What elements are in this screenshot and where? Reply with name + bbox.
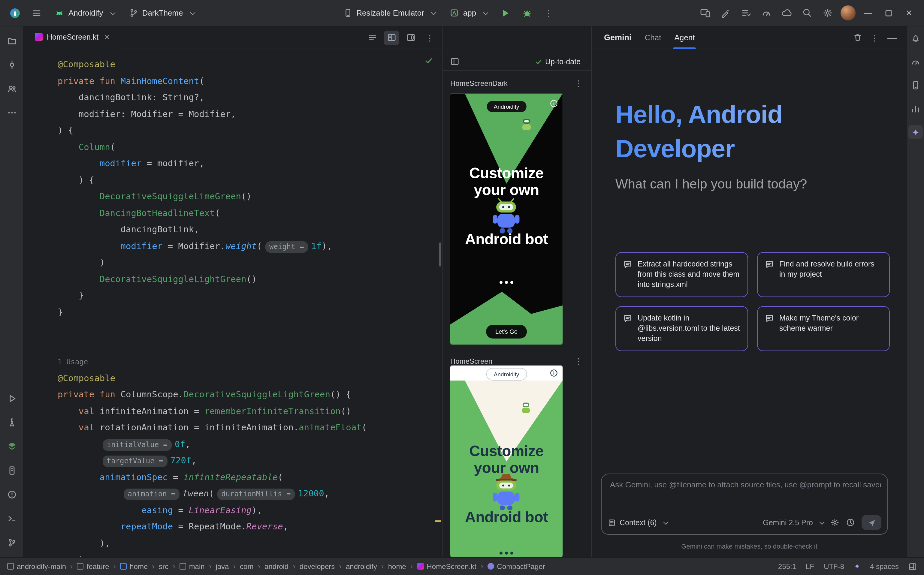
breadcrumb-item[interactable]: developers <box>300 562 335 570</box>
window-close-button[interactable]: ✕ <box>900 4 918 22</box>
debug-button[interactable] <box>518 4 536 22</box>
code-line[interactable] <box>58 321 442 337</box>
app-insights-icon[interactable] <box>908 102 923 116</box>
context-chip[interactable]: Context (6) <box>608 518 668 527</box>
breadcrumb-item[interactable]: HomeScreen.kt <box>417 562 476 570</box>
split-view-icon[interactable] <box>384 30 399 45</box>
code-line[interactable]: val infiniteAnimation = rememberInfinite… <box>58 403 442 419</box>
code-line[interactable]: ) { <box>58 172 442 189</box>
breadcrumb-item[interactable]: androidify-main <box>7 562 66 570</box>
terminal-tool-window-icon[interactable] <box>3 510 20 527</box>
line-ending[interactable]: LF <box>806 562 814 570</box>
code-line[interactable]: modifier = Modifier.weight(weight =1f), <box>58 238 442 254</box>
model-selector[interactable]: Gemini 2.5 Pro <box>763 518 824 527</box>
code-line[interactable]: ) { <box>58 122 442 139</box>
hide-panel-icon[interactable]: — <box>887 32 897 43</box>
vcs-branch-selector[interactable]: DarkTheme <box>124 5 200 21</box>
preview-kebab-icon[interactable]: ⋮ <box>574 357 583 365</box>
run-configuration-selector[interactable]: app <box>445 5 493 21</box>
gemini-prompt-input[interactable] <box>609 479 881 508</box>
breadcrumb-item[interactable]: src <box>159 562 169 570</box>
run-tool-window-icon[interactable] <box>3 390 20 407</box>
gemini-status-spark-icon[interactable]: ✦ <box>854 562 860 570</box>
user-avatar[interactable] <box>839 4 857 22</box>
code-line[interactable]: DancingBotHeadlineText( <box>58 205 442 221</box>
suggestion-card[interactable]: Find and resolve build errors in my proj… <box>757 252 890 297</box>
code-line[interactable]: animation =tween(durationMillis =12000, <box>58 486 442 502</box>
task-list-icon[interactable] <box>737 4 755 22</box>
device-mirroring-icon[interactable] <box>696 4 714 22</box>
gemini-options-kebab-icon[interactable]: ⋮ <box>871 33 879 42</box>
version-control-tool-window-icon[interactable] <box>3 534 20 551</box>
design-view-icon[interactable] <box>403 30 418 45</box>
project-tool-window-icon[interactable] <box>3 32 20 49</box>
prompt-history-icon[interactable] <box>846 518 855 527</box>
problems-tool-window-icon[interactable] <box>3 486 20 503</box>
device-manager-icon[interactable] <box>908 78 923 92</box>
commit-tool-window-icon[interactable] <box>3 56 20 73</box>
preview-layout-icon[interactable] <box>450 57 459 66</box>
code-line[interactable]: val rotationAnimation = infiniteAnimatio… <box>58 419 442 436</box>
inspections-ok-icon[interactable] <box>425 56 433 65</box>
run-button[interactable] <box>496 4 515 22</box>
breadcrumb-item[interactable]: main <box>180 562 205 570</box>
code-line[interactable]: animationSpec = infiniteRepeatable( <box>58 469 442 486</box>
build-tool-window-icon[interactable] <box>3 438 20 455</box>
code-line[interactable]: targetValue =720f, <box>58 453 442 469</box>
code-line[interactable]: easing = LinearEasing), <box>58 502 442 519</box>
run-options-kebab-icon[interactable]: ⋮ <box>540 4 558 22</box>
caret-position[interactable]: 255:1 <box>778 562 796 570</box>
breadcrumb-item[interactable]: androidify <box>346 562 377 570</box>
inspection-stripe-mark[interactable] <box>435 520 441 522</box>
code-line[interactable]: ) <box>58 551 442 557</box>
editor-scrollbar[interactable] <box>439 243 441 267</box>
window-minimize-button[interactable]: — <box>859 4 877 22</box>
tab-agent[interactable]: Agent <box>674 26 695 49</box>
breadcrumb-item[interactable]: java <box>216 562 229 570</box>
preview-kebab-icon[interactable]: ⋮ <box>574 79 583 87</box>
code-line[interactable]: modifier: Modifier = Modifier, <box>58 106 442 122</box>
code-editor[interactable]: @Composableprivate fun MainHomeContent( … <box>24 49 442 557</box>
collaborators-icon[interactable] <box>3 80 20 97</box>
code-line[interactable]: } <box>58 288 442 304</box>
code-line[interactable]: Column( <box>58 139 442 156</box>
editor-options-kebab-icon[interactable]: ⋮ <box>422 30 438 45</box>
code-line[interactable]: dancingBotLink: String?, <box>58 89 442 106</box>
gemini-settings-icon[interactable] <box>830 518 839 527</box>
gemini-input-box[interactable]: Context (6) Gemini 2.5 Pro <box>601 473 888 535</box>
notifications-bell-icon[interactable] <box>908 31 923 46</box>
gemini-tool-window-icon[interactable]: ✦ <box>908 125 923 139</box>
suggestion-card[interactable]: Update kotlin in @libs.version.toml to t… <box>615 306 748 351</box>
code-line[interactable]: ) <box>58 254 442 271</box>
settings-icon[interactable] <box>818 4 837 22</box>
editor-tab-homescreen[interactable]: HomeScreen.kt ✕ <box>29 26 116 49</box>
layout-settings-icon[interactable] <box>908 562 917 570</box>
lets-go-button[interactable]: Let's Go <box>486 325 527 338</box>
indent-setting[interactable]: 4 spaces <box>870 562 899 570</box>
more-tool-windows-icon[interactable] <box>3 105 20 121</box>
ai-code-actions-icon[interactable] <box>716 4 734 22</box>
window-maximize-button[interactable] <box>879 4 898 22</box>
breadcrumb-item[interactable]: com <box>240 562 253 570</box>
breadcrumb-item[interactable]: android <box>264 562 288 570</box>
breadcrumb-item[interactable]: home <box>120 562 148 570</box>
profiler-tool-icon[interactable] <box>908 55 923 69</box>
info-icon[interactable] <box>550 369 558 377</box>
code-line[interactable]: modifier = modifier, <box>58 156 442 172</box>
profiler-icon[interactable] <box>757 4 775 22</box>
main-menu-icon[interactable] <box>28 4 46 22</box>
suggestion-card[interactable]: Make my Theme's color scheme warmer <box>757 306 890 351</box>
code-line[interactable]: DecorativeSquiggleLightGreen() <box>58 271 442 288</box>
tab-close-icon[interactable]: ✕ <box>104 33 110 41</box>
search-everywhere-icon[interactable] <box>798 4 816 22</box>
code-line[interactable]: } <box>58 304 442 321</box>
logcat-tool-window-icon[interactable] <box>3 462 20 479</box>
preview-homescreendark[interactable]: Androidify Customize your own Android bo… <box>450 94 563 345</box>
info-icon[interactable] <box>550 100 558 108</box>
code-line[interactable] <box>58 337 442 354</box>
code-line[interactable]: initialValue =0f, <box>58 436 442 453</box>
code-line[interactable]: @Composable <box>58 370 442 386</box>
code-line[interactable]: ), <box>58 535 442 551</box>
sync-project-icon[interactable] <box>778 4 795 22</box>
code-line[interactable]: @Composable <box>58 56 442 73</box>
